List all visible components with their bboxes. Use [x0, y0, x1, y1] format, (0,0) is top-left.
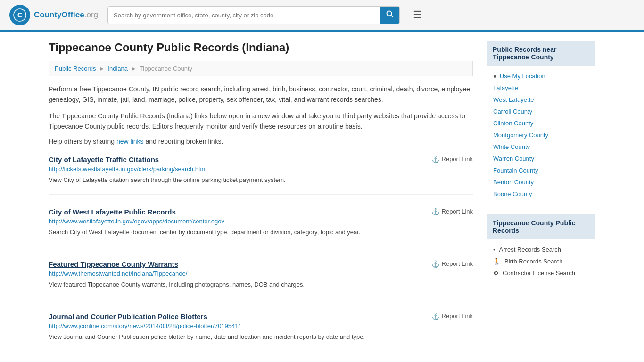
records-section: Tippecanoe County Public Records ▪Arrest…	[487, 214, 595, 284]
logo-icon: C	[9, 5, 30, 25]
search-input[interactable]	[108, 8, 380, 23]
records-section-link[interactable]: 🚶Birth Records Search	[493, 255, 589, 267]
location-icon: ●	[493, 73, 497, 80]
main-content: Tippecanoe County Public Records (Indian…	[49, 41, 473, 362]
nearby-county-link[interactable]: Carroll County	[493, 106, 589, 117]
record-description: View Journal and Courier Publication pol…	[49, 332, 473, 342]
nearby-county-link[interactable]: White County	[493, 141, 589, 153]
record-url[interactable]: http://www.westlafayette.in.gov/egov/app…	[49, 218, 473, 225]
record-item: City of Lafayette Traffic Citations ⚓ Re…	[49, 156, 473, 195]
records-section-header: Tippecanoe County Public Records	[487, 214, 595, 239]
record-url[interactable]: http://tickets.westlafayette.in.gov/cler…	[49, 165, 473, 173]
site-header: C CountyOffice.org ☰	[0, 0, 644, 32]
report-link-button[interactable]: ⚓ Report Link	[431, 156, 473, 163]
sidebar: Public Records near Tippecanoe County ● …	[487, 41, 595, 362]
breadcrumb-public-records[interactable]: Public Records	[55, 65, 96, 72]
report-link-label: Report Link	[442, 208, 473, 215]
record-url[interactable]: http://www.themostwanted.net/Indiana/Tip…	[49, 270, 473, 277]
search-bar	[107, 6, 400, 24]
rec-link-label: Arrest Records Search	[499, 246, 561, 253]
nearby-county-link[interactable]: West Lafayette	[493, 94, 589, 106]
report-icon: ⚓	[431, 208, 439, 215]
record-description: View featured Tippecanoe County warrants…	[49, 280, 473, 289]
record-url[interactable]: http://www.jconline.com/story/news/2014/…	[49, 322, 473, 329]
rec-icon-0: ▪	[493, 246, 495, 253]
records-section-link[interactable]: ⚙Contractor License Search	[493, 267, 589, 279]
record-item: Featured Tippecanoe County Warrants ⚓ Re…	[49, 260, 473, 299]
nearby-county-link[interactable]: Benton County	[493, 176, 589, 188]
breadcrumb-separator-2: ►	[131, 65, 137, 72]
nearby-county-link[interactable]: Warren County	[493, 153, 589, 165]
breadcrumb-indiana[interactable]: Indiana	[107, 65, 128, 72]
report-link-button[interactable]: ⚓ Report Link	[431, 208, 473, 215]
nearby-county-link[interactable]: Lafayette	[493, 82, 589, 94]
record-title[interactable]: Journal and Courier Publication Police B…	[49, 313, 207, 321]
report-link-label: Report Link	[442, 260, 473, 267]
rec-icon-2: ⚙	[493, 270, 499, 277]
report-link-label: Report Link	[442, 313, 473, 320]
breadcrumb-tippecanoe: Tippecanoe County	[140, 65, 192, 72]
record-header: City of Lafayette Traffic Citations ⚓ Re…	[49, 156, 473, 164]
report-icon: ⚓	[431, 313, 439, 320]
records-list: City of Lafayette Traffic Citations ⚓ Re…	[49, 156, 473, 352]
logo[interactable]: C CountyOffice.org	[9, 5, 98, 25]
share-text: Help others by sharing new links and rep…	[49, 138, 473, 145]
record-title[interactable]: City of Lafayette Traffic Citations	[49, 156, 159, 164]
nearby-county-link[interactable]: Boone County	[493, 188, 589, 200]
nearby-county-link[interactable]: Clinton County	[493, 117, 589, 129]
search-button[interactable]	[380, 7, 399, 24]
breadcrumb-separator-1: ►	[99, 65, 105, 72]
record-title[interactable]: City of West Lafayette Public Records	[49, 208, 176, 216]
svg-point-2	[387, 11, 392, 16]
new-links-link[interactable]: new links	[116, 138, 144, 145]
search-icon	[386, 10, 394, 18]
breadcrumb: Public Records ► Indiana ► Tippecanoe Co…	[49, 61, 473, 76]
report-icon: ⚓	[431, 260, 439, 268]
intro-paragraph-2: The Tippecanoe County Public Records (In…	[49, 111, 473, 132]
record-description: Search City of West Lafayette document c…	[49, 228, 473, 237]
nearby-section-header: Public Records near Tippecanoe County	[487, 41, 595, 66]
rec-icon-1: 🚶	[493, 258, 501, 265]
records-links-list: ▪Arrest Records Search🚶Birth Records Sea…	[493, 244, 589, 279]
record-description: View City of Lafayette citation search t…	[49, 175, 473, 185]
rec-link-label: Birth Records Search	[504, 258, 563, 265]
svg-text:C: C	[17, 11, 22, 19]
page-title: Tippecanoe County Public Records (Indian…	[49, 41, 473, 54]
record-header: Featured Tippecanoe County Warrants ⚓ Re…	[49, 260, 473, 268]
report-link-label: Report Link	[442, 156, 473, 163]
hamburger-menu-button[interactable]: ☰	[413, 9, 422, 21]
nearby-county-link[interactable]: Montgomery County	[493, 129, 589, 141]
intro-paragraph-1: Perform a free Tippecanoe County, IN pub…	[49, 84, 473, 105]
rec-link-label: Contractor License Search	[503, 270, 575, 277]
records-section-content: ▪Arrest Records Search🚶Birth Records Sea…	[487, 239, 595, 284]
record-header: City of West Lafayette Public Records ⚓ …	[49, 208, 473, 216]
logo-text: CountyOffice.org	[34, 10, 98, 20]
report-link-button[interactable]: ⚓ Report Link	[431, 313, 473, 320]
record-item: City of West Lafayette Public Records ⚓ …	[49, 208, 473, 247]
nearby-county-link[interactable]: Fountain County	[493, 165, 589, 176]
nearby-links-list: LafayetteWest LafayetteCarroll CountyCli…	[493, 82, 589, 200]
records-section-link[interactable]: ▪Arrest Records Search	[493, 244, 589, 255]
nearby-section-content: ● Use My Location LafayetteWest Lafayett…	[487, 66, 595, 205]
svg-line-3	[391, 16, 394, 18]
record-title[interactable]: Featured Tippecanoe County Warrants	[49, 260, 178, 268]
record-header: Journal and Courier Publication Police B…	[49, 313, 473, 321]
report-link-button[interactable]: ⚓ Report Link	[431, 260, 473, 268]
use-my-location-link[interactable]: ● Use My Location	[493, 70, 589, 82]
record-item: Journal and Courier Publication Police B…	[49, 313, 473, 351]
nearby-section: Public Records near Tippecanoe County ● …	[487, 41, 595, 205]
report-icon: ⚓	[431, 156, 439, 163]
